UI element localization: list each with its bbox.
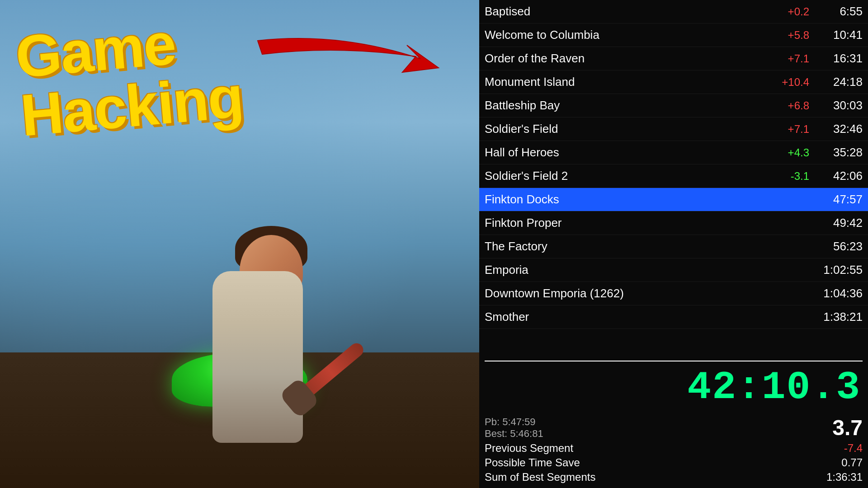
bottom-stats: Pb: 5:47:59 Best: 5:46:81 3.7 Previous S… bbox=[479, 413, 868, 488]
sum-of-best-label: Sum of Best Segments bbox=[485, 471, 595, 483]
split-diff: +10.4 bbox=[773, 76, 809, 89]
previous-segment-label: Previous Segment bbox=[485, 442, 573, 455]
split-name: Downtown Emporia (1262) bbox=[485, 286, 773, 300]
split-item: Emporia1:02:55 bbox=[479, 258, 868, 282]
split-name: Soldier's Field 2 bbox=[485, 169, 773, 183]
game-title: Game Hacking bbox=[14, 9, 245, 145]
split-time: 49:42 bbox=[813, 216, 863, 230]
split-time: 42:06 bbox=[813, 169, 863, 183]
split-item: Battleship Bay+6.830:03 bbox=[479, 94, 868, 117]
split-diff: +7.1 bbox=[773, 52, 809, 65]
split-item: Hall of Heroes+4.335:28 bbox=[479, 141, 868, 164]
possible-time-save-row: Possible Time Save 0.77 bbox=[485, 455, 863, 470]
split-item: Smother1:38:21 bbox=[479, 305, 868, 329]
timer-decimal: .3 bbox=[811, 365, 861, 410]
split-name: Finkton Docks bbox=[485, 192, 773, 206]
split-name: Hall of Heroes bbox=[485, 145, 773, 160]
split-name: Baptised bbox=[485, 5, 773, 19]
split-name: Battleship Bay bbox=[485, 99, 773, 113]
split-item: Soldier's Field 2-3.142:06 bbox=[479, 164, 868, 188]
split-item: Monument Island+10.424:18 bbox=[479, 70, 868, 94]
split-name: Finkton Proper bbox=[485, 216, 773, 230]
split-time: 1:04:36 bbox=[813, 286, 863, 300]
split-diff: +4.3 bbox=[773, 146, 809, 159]
split-item: Downtown Emporia (1262)1:04:36 bbox=[479, 282, 868, 305]
sum-of-best-value: 1:36:31 bbox=[826, 471, 863, 483]
character bbox=[190, 217, 335, 443]
split-time: 30:03 bbox=[813, 99, 863, 113]
split-name: Emporia bbox=[485, 263, 773, 277]
split-item: Finkton Proper49:42 bbox=[479, 211, 868, 235]
split-name: Smother bbox=[485, 310, 773, 324]
split-item: Soldier's Field+7.132:46 bbox=[479, 117, 868, 141]
split-item: The Factory56:23 bbox=[479, 235, 868, 258]
segment-count: 3.7 bbox=[832, 415, 863, 440]
split-item: Finkton Docks47:57 bbox=[479, 188, 868, 211]
game-area: Game Hacking bbox=[0, 0, 479, 488]
pb-info: Pb: 5:47:59 Best: 5:46:81 bbox=[485, 416, 832, 440]
split-item: Order of the Raven+7.116:31 bbox=[479, 47, 868, 70]
main-timer: 42:10.3 bbox=[479, 361, 868, 413]
best-line: Best: 5:46:81 bbox=[485, 428, 832, 440]
split-time: 32:46 bbox=[813, 122, 863, 136]
pb-row: Pb: 5:47:59 Best: 5:46:81 3.7 bbox=[485, 415, 863, 440]
split-name: Welcome to Columbia bbox=[485, 28, 773, 42]
split-diff: +0.2 bbox=[773, 5, 809, 18]
split-name: Soldier's Field bbox=[485, 122, 773, 136]
split-name: Order of the Raven bbox=[485, 52, 773, 66]
previous-segment-value: -7.4 bbox=[844, 442, 863, 455]
split-time: 1:02:55 bbox=[813, 263, 863, 277]
split-diff: +7.1 bbox=[773, 123, 809, 136]
possible-time-save-value: 0.77 bbox=[841, 456, 863, 469]
split-list: Baptised+0.26:55Welcome to Columbia+5.81… bbox=[479, 0, 868, 361]
pb-line: Pb: 5:47:59 bbox=[485, 416, 832, 428]
speedrun-sidebar: Baptised+0.26:55Welcome to Columbia+5.81… bbox=[479, 0, 868, 488]
previous-segment-row: Previous Segment -7.4 bbox=[485, 441, 863, 455]
possible-time-save-label: Possible Time Save bbox=[485, 456, 580, 469]
split-diff: +6.8 bbox=[773, 99, 809, 112]
split-time: 10:41 bbox=[813, 28, 863, 42]
split-time: 35:28 bbox=[813, 145, 863, 160]
split-diff: +5.8 bbox=[773, 29, 809, 42]
split-time: 24:18 bbox=[813, 75, 863, 89]
char-body bbox=[212, 271, 303, 443]
split-item: Baptised+0.26:55 bbox=[479, 0, 868, 23]
split-time: 56:23 bbox=[813, 239, 863, 253]
split-item: Welcome to Columbia+5.810:41 bbox=[479, 23, 868, 47]
split-diff: -3.1 bbox=[773, 170, 809, 183]
sum-of-best-row: Sum of Best Segments 1:36:31 bbox=[485, 470, 863, 484]
timer-value: 42:10 bbox=[687, 365, 811, 410]
split-name: The Factory bbox=[485, 239, 773, 253]
split-time: 47:57 bbox=[813, 192, 863, 206]
split-time: 1:38:21 bbox=[813, 310, 863, 324]
split-time: 6:55 bbox=[813, 5, 863, 19]
split-time: 16:31 bbox=[813, 52, 863, 66]
red-arrow bbox=[249, 27, 466, 90]
split-name: Monument Island bbox=[485, 75, 773, 89]
